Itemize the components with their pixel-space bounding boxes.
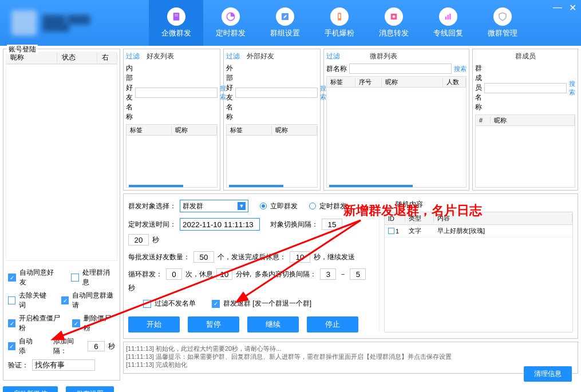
tab-group-settings[interactable]: 群组设置: [258, 0, 312, 46]
chk-row[interactable]: [388, 228, 394, 234]
chk-skip-list[interactable]: [143, 300, 151, 308]
chk-quit-on-send[interactable]: ✓: [212, 300, 220, 308]
lbl-search: 群成员名称: [475, 64, 482, 112]
input-member-name[interactable]: [484, 83, 567, 93]
lbl-search: 外部好友名称: [226, 64, 233, 122]
lbl-loop: 循环群发：: [128, 270, 163, 279]
chk-auto-add[interactable]: ✓: [8, 342, 15, 350]
lbl-batch: 每批发送好友数量：: [128, 252, 190, 262]
input-sched-time[interactable]: [180, 218, 260, 231]
account-list[interactable]: [6, 64, 117, 261]
lbl-send-now: 立即群发: [270, 201, 298, 211]
lbl-remove-keyword: 去除关键词: [19, 291, 50, 310]
tab-members[interactable]: 群成员: [515, 52, 536, 61]
btn-save-settings[interactable]: 保存设置: [66, 386, 114, 392]
btn-search[interactable]: 搜索: [454, 65, 467, 73]
phone-icon: [330, 7, 349, 26]
radio-send-now[interactable]: [260, 203, 267, 209]
btn-start[interactable]: 开始: [128, 316, 180, 332]
lbl-delete-zombie: 删除僵尸粉: [84, 314, 115, 333]
tab-label: 手机爆粉: [325, 28, 354, 38]
doc-icon: [167, 7, 185, 26]
svg-rect-2: [175, 16, 178, 17]
col-status: 状态: [57, 53, 97, 62]
logo-area: ████ ██████████: [0, 0, 149, 46]
chart-icon: [439, 7, 457, 26]
tab-filter[interactable]: 过滤: [126, 52, 140, 61]
svg-rect-6: [338, 14, 340, 19]
chk-check-zombie[interactable]: ✓: [8, 319, 15, 327]
lbl-target: 群发对象选择：: [128, 201, 176, 211]
input-batch-count[interactable]: [193, 251, 214, 263]
tab-group-manage[interactable]: 微群管理: [475, 0, 529, 46]
tab-friend-list[interactable]: 好友列表: [147, 52, 174, 61]
close-button[interactable]: ✕: [567, 2, 578, 13]
input-loop-count[interactable]: [166, 268, 182, 280]
lbl-auto-add: 自动添: [19, 336, 37, 356]
chk-auto-agree-friend[interactable]: ✓: [8, 274, 16, 282]
tab-phone-fans[interactable]: 手机爆粉: [312, 0, 366, 46]
tab-qw-groupsend[interactable]: 企微群发: [149, 0, 203, 46]
tab-timed-send[interactable]: 定时群发: [203, 0, 258, 46]
group-list-body[interactable]: [326, 88, 467, 188]
pie-icon: [222, 7, 240, 26]
btn-continue[interactable]: 继续: [247, 316, 299, 332]
input-multi-max[interactable]: [350, 268, 366, 280]
input-group-name[interactable]: [349, 64, 452, 74]
lbl-process-group-msg: 处理群消息: [82, 268, 115, 287]
content-row[interactable]: 1 文字 早上好朋友[玫瑰]: [385, 225, 572, 237]
radio-send-timed[interactable]: [309, 203, 316, 209]
main-tabs: 企微群发 定时群发 群组设置 手机爆粉 消息转发 专线回复 微群管理: [149, 0, 581, 46]
panel-friend-list: 过滤 好友列表 内部好友名称 搜索 标签昵称: [123, 49, 220, 191]
tab-label: 微群管理: [488, 28, 517, 38]
log-line: [11:11:13] 初始化，此过程大约需要20秒，请耐心等待...: [126, 345, 575, 353]
panel-external-friend: 过滤 外部好友 外部好友名称 搜索 标签昵称: [223, 49, 321, 191]
tab-filter[interactable]: 过滤: [326, 52, 340, 61]
panel-group-members: 群成员 群成员名称 搜索 #昵称: [472, 49, 578, 191]
tab-msg-forward[interactable]: 消息转发: [366, 0, 421, 46]
account-legend: 账号登陆: [7, 45, 38, 54]
minimize-button[interactable]: —: [552, 2, 563, 13]
btn-stop[interactable]: 停止: [307, 316, 358, 332]
lbl-search: 群名称: [326, 64, 347, 74]
tab-ext-friend[interactable]: 外部好友: [247, 52, 274, 61]
lbl-add-interval: 添加间隔：: [53, 336, 84, 356]
lbl-skip: 过滤不发名单: [155, 299, 196, 308]
lbl-switch: 对象切换间隔：: [270, 220, 318, 229]
ext-friend-list-body[interactable]: [226, 136, 318, 188]
log-line: [11:11:13] 温馨提示：如果需要护群、回复群消息、新人进群等，需在群操作…: [126, 353, 575, 361]
input-loop-rest[interactable]: [216, 268, 232, 280]
member-list-body[interactable]: [475, 126, 575, 188]
input-switch-max[interactable]: [128, 234, 149, 246]
tab-label: 消息转发: [379, 28, 409, 38]
btn-pause[interactable]: 暂停: [188, 316, 239, 332]
input-batch-rest[interactable]: [290, 251, 310, 263]
lbl-search: 内部好友名称: [126, 64, 133, 122]
select-target[interactable]: 群发群 ▼: [180, 200, 248, 212]
svg-rect-9: [445, 17, 446, 19]
input-internal-friend[interactable]: [135, 88, 218, 98]
btn-search[interactable]: 搜索: [569, 80, 575, 97]
input-switch-min[interactable]: [322, 219, 342, 230]
input-verify[interactable]: [32, 359, 95, 371]
input-add-interval[interactable]: [88, 341, 105, 351]
lbl-verify: 验证：: [8, 361, 29, 370]
lbl-sec: 秒: [108, 342, 115, 351]
lbl-auto-agree-invite: 自动同意群邀请: [72, 291, 115, 310]
tab-group-list[interactable]: 微群列表: [370, 52, 397, 61]
input-external-friend[interactable]: [235, 88, 318, 98]
tab-label: 群组设置: [270, 28, 300, 38]
chk-auto-agree-invite[interactable]: ✓: [61, 296, 69, 304]
chk-remove-keyword[interactable]: [8, 296, 15, 304]
tab-filter[interactable]: 过滤: [226, 52, 240, 61]
shield-icon: [493, 7, 512, 26]
tab-random-content[interactable]: 随机内容: [396, 200, 423, 209]
friend-list-body[interactable]: [126, 136, 218, 188]
chk-process-group-msg[interactable]: [71, 274, 79, 282]
svg-rect-11: [449, 14, 450, 20]
btn-clear-log[interactable]: 清理信息: [524, 366, 572, 382]
btn-start-wechat[interactable]: 启动新微信: [3, 386, 58, 392]
chk-delete-zombie[interactable]: ✓: [72, 319, 80, 327]
input-multi-min[interactable]: [320, 268, 336, 280]
tab-line-reply[interactable]: 专线回复: [421, 0, 475, 46]
